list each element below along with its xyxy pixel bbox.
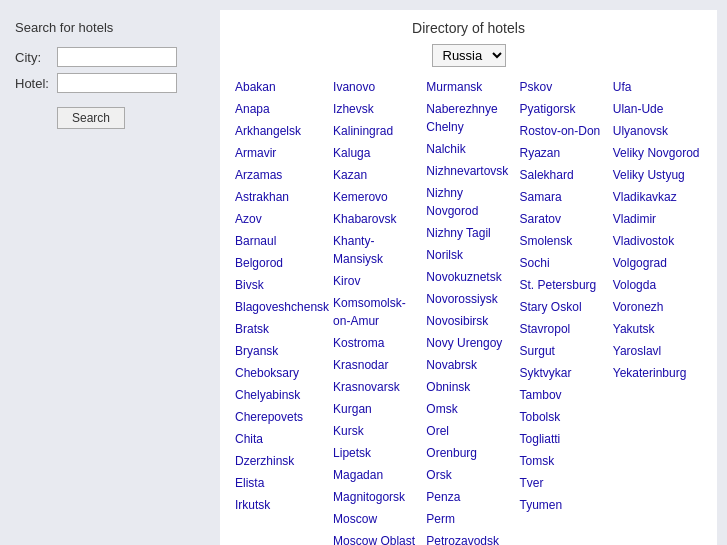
city-link[interactable]: Kaluga (333, 143, 422, 163)
city-link[interactable]: Tobolsk (520, 407, 609, 427)
city-link[interactable]: Sochi (520, 253, 609, 273)
city-link[interactable]: Kursk (333, 421, 422, 441)
city-link[interactable]: Ulyanovsk (613, 121, 702, 141)
city-link[interactable]: Moscow Oblast (333, 531, 422, 545)
city-link[interactable]: Krasnovarsk (333, 377, 422, 397)
city-link[interactable]: Nizhny Novgorod (426, 183, 515, 221)
city-link[interactable]: Cherepovets (235, 407, 329, 427)
city-link[interactable]: Arkhangelsk (235, 121, 329, 141)
city-link[interactable]: Elista (235, 473, 329, 493)
city-link[interactable]: Barnaul (235, 231, 329, 251)
city-link[interactable]: Kemerovo (333, 187, 422, 207)
city-link[interactable]: Vladikavkaz (613, 187, 702, 207)
city-link[interactable]: Cheboksary (235, 363, 329, 383)
city-link[interactable]: Surgut (520, 341, 609, 361)
city-link[interactable]: Chelyabinsk (235, 385, 329, 405)
city-link[interactable]: Saratov (520, 209, 609, 229)
city-link[interactable]: Yakutsk (613, 319, 702, 339)
city-link[interactable]: Anapa (235, 99, 329, 119)
city-link[interactable]: St. Petersburg (520, 275, 609, 295)
city-link[interactable]: Armavir (235, 143, 329, 163)
city-link[interactable]: Pskov (520, 77, 609, 97)
city-link[interactable]: Murmansk (426, 77, 515, 97)
city-link[interactable]: Bratsk (235, 319, 329, 339)
city-link[interactable]: Veliky Novgorod (613, 143, 702, 163)
city-link[interactable]: Rostov-on-Don (520, 121, 609, 141)
city-link[interactable]: Yaroslavl (613, 341, 702, 361)
city-link[interactable]: Salekhard (520, 165, 609, 185)
cities-grid: AbakanAnapaArkhangelskArmavirArzamasAstr… (235, 77, 702, 545)
city-link[interactable]: Stary Oskol (520, 297, 609, 317)
city-link[interactable]: Vladivostok (613, 231, 702, 251)
city-link[interactable]: Komsomolsk-on-Amur (333, 293, 422, 331)
city-link[interactable]: Abakan (235, 77, 329, 97)
city-link[interactable]: Belgorod (235, 253, 329, 273)
city-link[interactable]: Nizhnevartovsk (426, 161, 515, 181)
city-link[interactable]: Khanty-Mansiysk (333, 231, 422, 269)
city-link[interactable]: Irkutsk (235, 495, 329, 515)
city-link[interactable]: Penza (426, 487, 515, 507)
city-link[interactable]: Tyumen (520, 495, 609, 515)
city-link[interactable]: Togliatti (520, 429, 609, 449)
city-link[interactable]: Samara (520, 187, 609, 207)
city-link[interactable]: Kazan (333, 165, 422, 185)
city-link[interactable]: Kirov (333, 271, 422, 291)
city-link[interactable]: Nizhny Tagil (426, 223, 515, 243)
city-link[interactable]: Novokuznetsk (426, 267, 515, 287)
city-link[interactable]: Moscow (333, 509, 422, 529)
city-link[interactable]: Yekaterinburg (613, 363, 702, 383)
city-link[interactable]: Dzerzhinsk (235, 451, 329, 471)
city-link[interactable]: Ivanovo (333, 77, 422, 97)
city-link[interactable]: Stavropol (520, 319, 609, 339)
city-link[interactable]: Vladimir (613, 209, 702, 229)
city-link[interactable]: Orsk (426, 465, 515, 485)
city-link[interactable]: Astrakhan (235, 187, 329, 207)
city-link[interactable]: Khabarovsk (333, 209, 422, 229)
city-link[interactable]: Tomsk (520, 451, 609, 471)
city-link[interactable]: Naberezhnye Chelny (426, 99, 515, 137)
city-col-1: IvanovoIzhevskKaliningradKalugaKazanKeme… (333, 77, 422, 545)
city-link[interactable]: Tambov (520, 385, 609, 405)
city-link[interactable]: Nalchik (426, 139, 515, 159)
city-link[interactable]: Perm (426, 509, 515, 529)
city-link[interactable]: Smolensk (520, 231, 609, 251)
city-link[interactable]: Kaliningrad (333, 121, 422, 141)
city-link[interactable]: Orel (426, 421, 515, 441)
city-link[interactable]: Syktvykar (520, 363, 609, 383)
city-link[interactable]: Ufa (613, 77, 702, 97)
city-link[interactable]: Kostroma (333, 333, 422, 353)
city-link[interactable]: Orenburg (426, 443, 515, 463)
country-select[interactable]: Russia (432, 44, 506, 67)
city-link[interactable]: Norilsk (426, 245, 515, 265)
city-link[interactable]: Krasnodar (333, 355, 422, 375)
city-link[interactable]: Ulan-Ude (613, 99, 702, 119)
city-input[interactable] (57, 47, 177, 67)
city-link[interactable]: Arzamas (235, 165, 329, 185)
city-link[interactable]: Lipetsk (333, 443, 422, 463)
city-link[interactable]: Magadan (333, 465, 422, 485)
city-link[interactable]: Magnitogorsk (333, 487, 422, 507)
city-link[interactable]: Pyatigorsk (520, 99, 609, 119)
city-link[interactable]: Azov (235, 209, 329, 229)
city-link[interactable]: Obninsk (426, 377, 515, 397)
city-link[interactable]: Kurgan (333, 399, 422, 419)
city-link[interactable]: Ryazan (520, 143, 609, 163)
city-link[interactable]: Bryansk (235, 341, 329, 361)
city-link[interactable]: Tver (520, 473, 609, 493)
city-link[interactable]: Voronezh (613, 297, 702, 317)
city-link[interactable]: Izhevsk (333, 99, 422, 119)
city-link[interactable]: Novy Urengoy (426, 333, 515, 353)
hotel-input[interactable] (57, 73, 177, 93)
city-link[interactable]: Blagoveshchensk (235, 297, 329, 317)
city-link[interactable]: Bivsk (235, 275, 329, 295)
city-link[interactable]: Chita (235, 429, 329, 449)
city-link[interactable]: Omsk (426, 399, 515, 419)
search-button[interactable]: Search (57, 107, 125, 129)
city-link[interactable]: Vologda (613, 275, 702, 295)
city-link[interactable]: Novabrsk (426, 355, 515, 375)
city-link[interactable]: Veliky Ustyug (613, 165, 702, 185)
city-link[interactable]: Petrozavodsk (426, 531, 515, 545)
city-link[interactable]: Novosibirsk (426, 311, 515, 331)
city-link[interactable]: Volgograd (613, 253, 702, 273)
city-link[interactable]: Novorossiysk (426, 289, 515, 309)
